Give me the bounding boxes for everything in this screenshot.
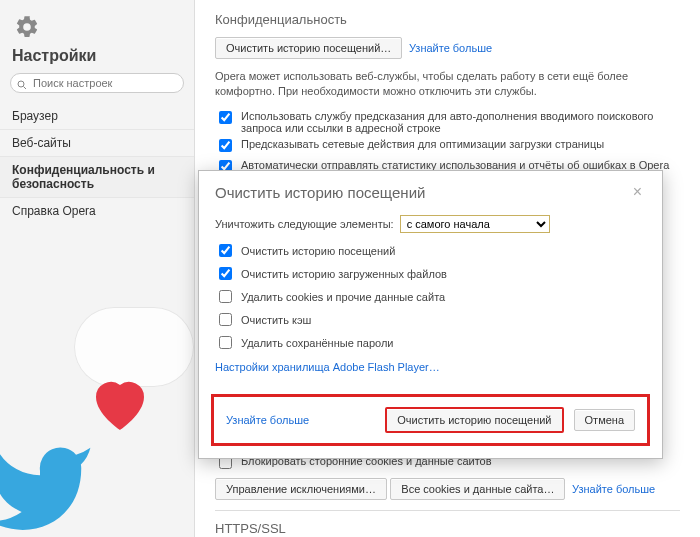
learn-more-link-cookies[interactable]: Узнайте больше xyxy=(572,483,655,495)
search-icon xyxy=(16,77,28,91)
dialog-title: Очистить историю посещений xyxy=(215,184,425,201)
dialog-footer: Узнайте больше Очистить историю посещени… xyxy=(211,394,650,446)
all-cookies-button[interactable]: Все cookies и данные сайта… xyxy=(390,478,565,500)
svg-point-0 xyxy=(18,81,24,87)
clear-history-dialog: Очистить историю посещений × Уничтожить … xyxy=(198,170,663,459)
search-input[interactable] xyxy=(10,73,184,93)
privacy-heading: Конфиденциальность xyxy=(215,12,680,27)
divider xyxy=(215,510,680,511)
manage-exceptions-button[interactable]: Управление исключениями… xyxy=(215,478,387,500)
time-range-select[interactable]: с самого начала xyxy=(400,215,550,233)
modal-check-history[interactable] xyxy=(219,244,232,257)
modal-check-cookies[interactable] xyxy=(219,290,232,303)
privacy-description: Opera может использовать веб-службы, что… xyxy=(215,69,655,100)
settings-sidebar: Настройки Браузер Веб-сайты Конфиденциал… xyxy=(0,0,195,537)
sidebar-item-websites[interactable]: Веб-сайты xyxy=(0,130,194,157)
check-label: Очистить историю загруженных файлов xyxy=(241,268,447,280)
check-prediction-service[interactable] xyxy=(219,111,232,124)
check-label: Удалить сохранённые пароли xyxy=(241,337,393,349)
check-label: Очистить историю посещений xyxy=(241,245,395,257)
close-icon[interactable]: × xyxy=(629,183,646,201)
check-label: Очистить кэш xyxy=(241,314,311,326)
bird-icon xyxy=(0,434,110,537)
https-heading: HTTPS/SSL xyxy=(215,521,680,536)
search-wrap xyxy=(10,73,184,93)
learn-more-link-dialog[interactable]: Узнайте больше xyxy=(226,414,309,426)
heart-icon xyxy=(80,367,160,442)
check-predict-network[interactable] xyxy=(219,139,232,152)
flash-storage-link[interactable]: Настройки хранилища Adobe Flash Player… xyxy=(215,361,440,373)
clear-history-button[interactable]: Очистить историю посещений… xyxy=(215,37,402,59)
learn-more-link-privacy[interactable]: Узнайте больше xyxy=(409,42,492,54)
sidebar-title: Настройки xyxy=(12,47,182,65)
sidebar-decoration xyxy=(0,307,195,537)
sidebar-item-privacy[interactable]: Конфиденциальность и безопасность xyxy=(0,157,194,198)
destroy-label: Уничтожить следующие элементы: xyxy=(215,218,394,230)
check-label: Предсказывать сетевые действия для оптим… xyxy=(241,138,604,150)
svg-line-1 xyxy=(24,86,27,89)
modal-check-passwords[interactable] xyxy=(219,336,232,349)
check-label: Использовать службу предсказания для авт… xyxy=(241,110,680,134)
confirm-clear-button[interactable]: Очистить историю посещений xyxy=(385,407,563,433)
modal-check-downloads[interactable] xyxy=(219,267,232,280)
check-label: Автоматически отправлять статистику испо… xyxy=(241,159,669,171)
gear-icon xyxy=(14,14,194,43)
cancel-button[interactable]: Отмена xyxy=(574,409,635,431)
check-label: Удалить cookies и прочие данные сайта xyxy=(241,291,445,303)
sidebar-item-browser[interactable]: Браузер xyxy=(0,103,194,130)
sidebar-item-help[interactable]: Справка Opera xyxy=(0,198,194,224)
modal-check-cache[interactable] xyxy=(219,313,232,326)
